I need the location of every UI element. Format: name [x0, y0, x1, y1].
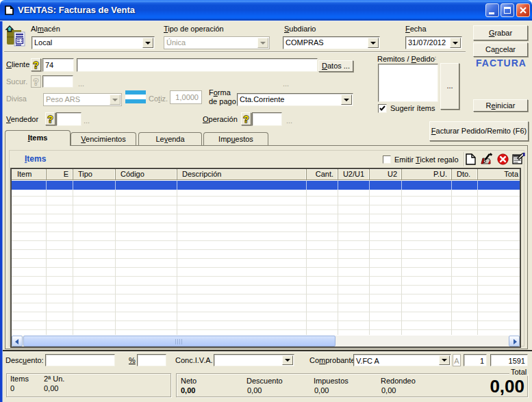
svg-text:?: ? — [33, 60, 39, 71]
svg-text:?: ? — [34, 77, 39, 87]
svg-text:?: ? — [47, 114, 53, 125]
svg-text:?: ? — [243, 114, 249, 125]
